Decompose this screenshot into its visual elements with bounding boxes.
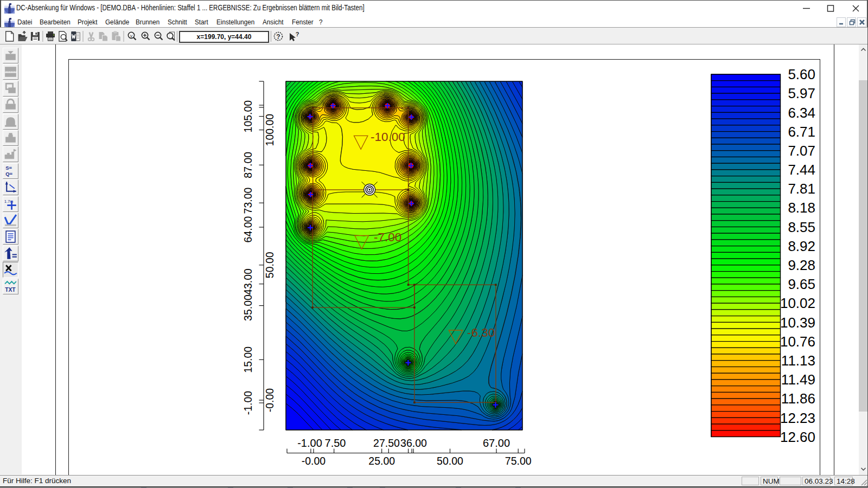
- svg-text:-10.00: -10.00: [371, 130, 405, 144]
- svg-text:43.00: 43.00: [242, 268, 254, 295]
- svg-text:9.65: 9.65: [788, 276, 815, 292]
- svg-text:10.02: 10.02: [780, 295, 815, 311]
- svg-text:7.07: 7.07: [788, 143, 815, 159]
- svg-text:7.50: 7.50: [325, 437, 346, 449]
- svg-text:10.39: 10.39: [780, 314, 815, 331]
- svg-text:50.00: 50.00: [264, 252, 276, 278]
- svg-text:73.00: 73.00: [242, 187, 254, 214]
- svg-text:-1.00: -1.00: [297, 437, 322, 449]
- svg-text:-0.00: -0.00: [302, 455, 326, 467]
- svg-text:25.00: 25.00: [368, 455, 395, 467]
- svg-text:27.50: 27.50: [373, 437, 400, 449]
- svg-text:105.00: 105.00: [242, 100, 254, 133]
- svg-text:6.71: 6.71: [788, 124, 815, 140]
- svg-text:-0.00: -0.00: [264, 388, 276, 413]
- svg-text:6.34: 6.34: [788, 105, 815, 121]
- svg-text:12.23: 12.23: [780, 410, 815, 426]
- svg-text:5.97: 5.97: [788, 85, 815, 101]
- svg-text:-6.30: -6.30: [467, 326, 495, 339]
- svg-text:100.00: 100.00: [264, 114, 276, 146]
- svg-text:67.00: 67.00: [483, 437, 510, 449]
- svg-text:8.18: 8.18: [788, 200, 815, 216]
- svg-text:8.55: 8.55: [788, 219, 815, 235]
- svg-text:87.00: 87.00: [242, 152, 254, 178]
- svg-text:35.00: 35.00: [242, 294, 254, 321]
- svg-text:-1.00: -1.00: [242, 391, 254, 415]
- svg-text:50.00: 50.00: [437, 455, 463, 467]
- svg-text:7.81: 7.81: [788, 181, 815, 197]
- svg-text:12.60: 12.60: [780, 429, 815, 445]
- svg-text:11.86: 11.86: [781, 390, 815, 407]
- svg-text:15.00: 15.00: [242, 346, 254, 373]
- svg-text:36.00: 36.00: [400, 437, 427, 449]
- svg-text:10.76: 10.76: [780, 333, 815, 350]
- svg-text:11.13: 11.13: [781, 352, 815, 369]
- svg-text:9.28: 9.28: [788, 257, 815, 273]
- svg-text:-7.00: -7.00: [374, 230, 401, 244]
- svg-text:64.00: 64.00: [242, 216, 254, 242]
- svg-text:5.60: 5.60: [788, 66, 815, 82]
- svg-text:7.44: 7.44: [788, 162, 815, 178]
- svg-text:75.00: 75.00: [505, 455, 532, 467]
- svg-text:8.92: 8.92: [788, 238, 815, 254]
- svg-text:11.49: 11.49: [781, 371, 815, 388]
